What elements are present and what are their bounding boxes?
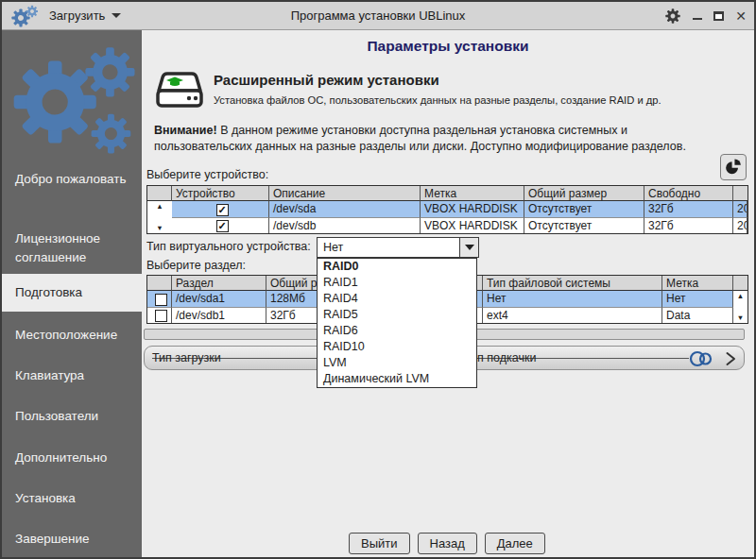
dropdown-option[interactable]: RAID1 <box>318 275 476 291</box>
settings-gear-icon[interactable] <box>664 8 681 25</box>
partition-cell[interactable]: /dev/sda1 <box>172 291 266 307</box>
scroll-down-icon[interactable]: ▼ <box>156 224 163 232</box>
device-cell[interactable]: /dev/sda <box>269 201 421 217</box>
checkbox-unchecked-icon[interactable] <box>155 310 167 322</box>
mode-title: Расширенный режим установки <box>214 72 439 88</box>
gears-graphic-icon <box>2 38 142 165</box>
partition-header-checkbox <box>147 276 172 291</box>
checkbox-checked-icon[interactable]: ✓ <box>216 204 229 216</box>
device-header-label[interactable]: Метка <box>421 186 524 201</box>
sidebar-item-installation[interactable]: Установка <box>2 489 142 508</box>
device-cell[interactable]: /dev/sdb <box>269 217 421 233</box>
device-cell[interactable]: VBOX HARDDISK <box>421 201 524 217</box>
hard-drive-education-icon <box>155 70 204 119</box>
bottom-buttons: Выйти Назад Далее <box>349 533 545 554</box>
sidebar-item-finish[interactable]: Завершение <box>2 530 142 549</box>
partition-table-scrollbar[interactable]: ▲ ▼ <box>733 291 747 323</box>
device-cell[interactable]: 32Гб <box>644 217 733 233</box>
warning-text: Внимание! В данном режиме установки дост… <box>154 123 730 155</box>
dropdown-option[interactable]: RAID0 <box>318 259 476 275</box>
scroll-up-icon[interactable]: ▲ <box>156 202 163 211</box>
checkbox-checked-icon[interactable]: ✓ <box>216 220 229 232</box>
partition-cell[interactable]: ext4 <box>483 307 662 323</box>
sidebar-item-preparation[interactable]: Подготовка <box>2 274 142 312</box>
dropdown-option[interactable]: RAID10 <box>318 339 476 355</box>
device-table[interactable]: Устройство Описание Метка Общий размер С… <box>146 185 748 234</box>
mode-subtitle: Установка файлов ОС, пользовательских да… <box>214 94 662 106</box>
dropdown-option[interactable]: RAID6 <box>318 323 476 339</box>
partition-cell[interactable]: Data <box>662 307 733 323</box>
scroll-up-icon[interactable]: ▲ <box>737 292 744 300</box>
chevron-right-icon[interactable] <box>725 350 736 367</box>
sidebar-item-location[interactable]: Местоположение <box>2 326 142 345</box>
partition-section-label: Выберите раздел: <box>146 259 246 272</box>
device-row-checkbox[interactable]: ✓ <box>172 201 269 217</box>
maximize-button[interactable] <box>713 11 724 21</box>
device-cell[interactable]: Отсутствует <box>524 217 644 233</box>
partition-row-checkbox[interactable] <box>147 307 172 323</box>
boot-type-label: Тип загрузки <box>152 351 221 364</box>
device-section-label: Выберите устройство: <box>146 168 268 181</box>
sidebar: Добро пожаловать Лицензионное соглашение… <box>2 30 142 557</box>
sidebar-item-users[interactable]: Пользователи <box>2 407 142 426</box>
virtual-device-value: Нет <box>318 241 459 254</box>
back-button[interactable]: Назад <box>418 533 477 554</box>
partition-header-label[interactable]: Метка <box>662 276 733 291</box>
device-cell[interactable]: VBOX HARDDISK <box>421 217 524 233</box>
dropdown-option[interactable]: LVM <box>318 355 476 371</box>
exit-button[interactable]: Выйти <box>349 533 410 554</box>
dropdown-option[interactable]: RAID5 <box>318 307 476 323</box>
partition-cell[interactable]: Нет <box>483 291 662 307</box>
partition-row-checkbox[interactable] <box>147 291 172 307</box>
main-content: Параметры установки Расширенный режим ус… <box>142 30 754 557</box>
device-cell[interactable]: 20Гб <box>733 201 747 217</box>
virtual-device-dropdown-list: RAID0 RAID1 RAID4 RAID5 RAID6 RAID10 LVM… <box>317 258 477 388</box>
scroll-down-icon[interactable]: ▼ <box>737 313 744 322</box>
device-header-device[interactable]: Устройство <box>172 186 269 201</box>
partition-header-filesystem[interactable]: Тип файловой системы <box>483 276 662 291</box>
sidebar-item-keyboard[interactable]: Клавиатура <box>2 366 142 385</box>
sidebar-item-license[interactable]: Лицензионное соглашение <box>2 229 142 267</box>
title-bar: Загрузить Программа установки UBLinux ✕ <box>2 2 754 30</box>
device-header-checkbox <box>147 186 172 201</box>
device-cell[interactable]: Отсутствует <box>524 201 644 217</box>
partition-cell[interactable]: /dev/sdb1 <box>172 307 266 323</box>
device-header-free[interactable]: Свободно <box>644 186 733 201</box>
window-title: Программа установки UBLinux <box>2 8 754 23</box>
toggle-switch-icon[interactable] <box>689 350 713 367</box>
partition-cell[interactable]: Нет <box>662 291 733 307</box>
partition-header-partition[interactable]: Раздел <box>172 276 266 291</box>
partition-chart-button[interactable] <box>720 154 747 180</box>
combo-dropdown-button[interactable] <box>459 238 478 257</box>
device-row-checkbox[interactable]: ✓ <box>172 217 269 233</box>
minimize-button[interactable] <box>693 18 702 20</box>
device-header-description[interactable]: Описание <box>269 186 421 201</box>
page-title: Параметры установки <box>142 38 754 55</box>
warning-lead: Внимание! <box>154 124 217 137</box>
chevron-down-icon <box>465 245 474 250</box>
pie-chart-icon <box>724 158 743 177</box>
installer-window: Загрузить Программа установки UBLinux ✕ … <box>0 0 756 559</box>
checkbox-unchecked-icon[interactable] <box>155 294 167 306</box>
dropdown-option[interactable]: RAID4 <box>318 291 476 307</box>
device-cell[interactable]: 32Гб <box>644 201 733 217</box>
dropdown-option[interactable]: Динамический LVM <box>318 371 476 387</box>
close-button[interactable]: ✕ <box>735 9 747 23</box>
sidebar-item-welcome[interactable]: Добро пожаловать <box>2 170 142 189</box>
virtual-device-label: Тип виртуального устройства: <box>146 240 311 253</box>
device-cell[interactable]: 20Гб <box>733 217 747 233</box>
sidebar-item-advanced[interactable]: Дополнительно <box>2 449 142 467</box>
next-button[interactable]: Далее <box>485 533 545 554</box>
device-header-total[interactable]: Общий размер <box>524 186 644 201</box>
device-table-scrollbar[interactable]: ▲ ▼ <box>147 201 172 233</box>
virtual-device-select[interactable]: Нет <box>317 237 479 258</box>
